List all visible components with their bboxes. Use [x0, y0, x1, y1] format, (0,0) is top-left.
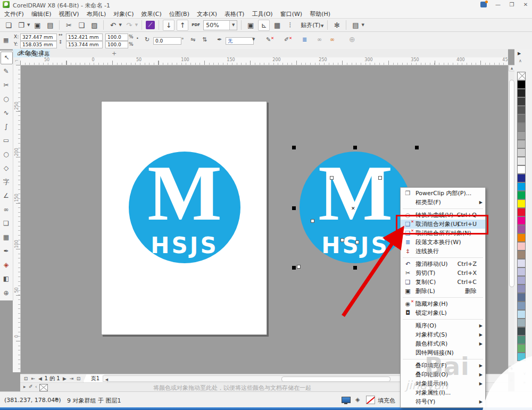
- show-rulers-icon[interactable]: ⊾: [258, 20, 270, 31]
- menu-item-5[interactable]: 对象(C): [113, 10, 134, 18]
- polygon-tool[interactable]: ◇: [1, 162, 12, 174]
- menu-item-12[interactable]: 帮助(H): [310, 10, 330, 18]
- dimension-tool[interactable]: ∠: [1, 190, 12, 202]
- color-swatch[interactable]: [517, 106, 526, 114]
- document-palette-eyedropper-icon[interactable]: ✐: [29, 384, 33, 389]
- new-document-icon[interactable]: ❏: [3, 20, 14, 30]
- context-menu-item[interactable]: ◘锁定对象(L): [401, 308, 485, 317]
- context-menu-item[interactable]: ❐PowerClip 内部(P)...: [401, 189, 485, 198]
- show-grid-icon[interactable]: ▦: [272, 20, 282, 30]
- horizontal-scrollbar-thumb[interactable]: [281, 376, 390, 382]
- horizontal-scrollbar[interactable]: ◀ ▶: [103, 375, 418, 382]
- lock-ratio-icon[interactable]: •: [136, 36, 139, 41]
- previous-page-icon[interactable]: ◀: [37, 375, 44, 382]
- cut-icon[interactable]: ✂: [63, 20, 74, 30]
- wrap-text-icon[interactable]: ≣: [302, 36, 307, 43]
- close-button[interactable]: ✕: [520, 1, 531, 9]
- color-swatch[interactable]: [517, 319, 526, 327]
- palette-flyout-icon[interactable]: ▶: [518, 51, 521, 56]
- selection-handle[interactable]: [353, 146, 357, 149]
- pick-tool[interactable]: ↖: [1, 52, 13, 64]
- add-page-start-icon[interactable]: ⊡: [22, 375, 29, 382]
- menu-item-11[interactable]: 窗口(W): [280, 10, 302, 18]
- publish-pdf-icon[interactable]: PDF: [190, 20, 201, 30]
- smart-fill-tool[interactable]: ◧: [1, 273, 12, 285]
- unlink-icon[interactable]: ∞: [330, 36, 335, 43]
- color-swatch[interactable]: [517, 165, 526, 174]
- context-menu-item[interactable]: 顺序(O)▶: [401, 321, 485, 330]
- vertical-scrollbar-thumb[interactable]: [509, 80, 514, 287]
- color-swatch[interactable]: [517, 148, 526, 157]
- context-menu-item[interactable]: ≣段落文本换行(W): [401, 238, 485, 247]
- object-node[interactable]: [311, 219, 314, 223]
- color-swatch[interactable]: [517, 225, 526, 233]
- menu-item-8[interactable]: 文本(X): [197, 10, 217, 18]
- context-menu-item[interactable]: ◉隐藏对象(H): [401, 299, 485, 308]
- context-menu-item[interactable]: ‡连线换行: [401, 247, 485, 256]
- undo-icon[interactable]: ↶: [107, 20, 118, 30]
- bezier-tool[interactable]: ∫: [1, 121, 12, 132]
- object-node[interactable]: [378, 176, 382, 180]
- context-menu-item[interactable]: 符号(Y)▶: [401, 397, 485, 406]
- context-menu-item[interactable]: ▣删除(L)删除: [401, 287, 485, 296]
- color-swatch[interactable]: [517, 327, 526, 336]
- outline-width-combo[interactable]: 无: [226, 37, 254, 45]
- status-flyout-icon[interactable]: ▶: [55, 397, 59, 401]
- interactive-fill-tool[interactable]: ◈: [1, 259, 12, 271]
- y-position-field[interactable]: 158.035 mm: [20, 41, 57, 48]
- rectangle-tool[interactable]: ▭: [1, 135, 12, 146]
- document-palette-flyout-icon[interactable]: ▸: [23, 384, 26, 389]
- save-icon[interactable]: ▣: [32, 20, 43, 30]
- add-tools-button[interactable]: ⊕: [1, 287, 12, 299]
- object-node[interactable]: [297, 265, 301, 269]
- menu-item-1[interactable]: 文件(F): [4, 10, 24, 18]
- color-swatch[interactable]: [517, 302, 526, 310]
- freehand-tool[interactable]: ∿: [1, 107, 12, 119]
- context-menu-item[interactable]: ↶撤消移动(U)Ctrl+Z: [401, 260, 485, 269]
- last-page-icon[interactable]: ⇥: [68, 375, 75, 382]
- connector-tool[interactable]: ∞: [1, 204, 12, 215]
- sign-in-icon[interactable]: [480, 2, 487, 7]
- object-node[interactable]: [355, 240, 359, 244]
- eyedropper-tool[interactable]: ✒: [1, 245, 12, 257]
- print-icon[interactable]: ▤: [45, 20, 55, 30]
- object-node[interactable]: [330, 176, 334, 180]
- ruler-origin-button[interactable]: ⌐: [13, 57, 21, 65]
- selection-handle[interactable]: [353, 266, 357, 270]
- color-swatch[interactable]: [517, 259, 526, 267]
- color-swatch[interactable]: [517, 191, 526, 199]
- open-dropdown-icon[interactable]: ▼: [27, 23, 30, 27]
- color-swatch[interactable]: [517, 336, 526, 344]
- color-swatch[interactable]: [517, 182, 526, 191]
- color-swatch[interactable]: [517, 208, 526, 216]
- logo-original[interactable]: M HSJS: [129, 152, 240, 263]
- snap-to-menu[interactable]: 贴齐(T) ▼: [301, 21, 323, 29]
- minimize-button[interactable]: —: [493, 1, 503, 9]
- palette-scroll-up-icon[interactable]: ∧: [519, 58, 522, 63]
- zoom-dropdown-icon[interactable]: ▼: [229, 21, 237, 30]
- document-palette-back-icon[interactable]: ‹: [35, 384, 37, 389]
- color-swatch[interactable]: [517, 293, 526, 302]
- color-swatch[interactable]: [517, 80, 526, 89]
- color-swatch[interactable]: [517, 131, 526, 140]
- object-node[interactable]: [340, 238, 344, 242]
- x-position-field[interactable]: 327.447 mm: [20, 34, 57, 41]
- no-color-swatch[interactable]: [517, 72, 526, 80]
- context-menu-item[interactable]: ✂剪切(T)Ctrl+X: [401, 269, 485, 278]
- color-swatch[interactable]: [517, 97, 526, 106]
- color-swatch[interactable]: [517, 344, 526, 353]
- scale-v-field[interactable]: 100.0: [105, 41, 128, 48]
- ellipse-tool[interactable]: ○: [1, 148, 12, 160]
- options-gear-icon[interactable]: ✻: [331, 20, 342, 30]
- copy-icon[interactable]: ❑: [76, 20, 87, 30]
- color-swatch[interactable]: [517, 123, 526, 131]
- color-swatch[interactable]: [517, 114, 526, 123]
- quick-customize-icon[interactable]: ⊕: [349, 35, 355, 44]
- home-icon[interactable]: ⌂: [17, 50, 21, 57]
- color-swatch[interactable]: [517, 174, 526, 182]
- reduce-nodes-icon[interactable]: ✐✕: [284, 36, 292, 43]
- fullscreen-preview-icon[interactable]: ▣: [245, 20, 256, 30]
- color-swatch[interactable]: [517, 242, 526, 250]
- vertical-ruler[interactable]: 250200150100500: [13, 65, 21, 372]
- show-guidelines-icon[interactable]: ⫶: [285, 20, 295, 30]
